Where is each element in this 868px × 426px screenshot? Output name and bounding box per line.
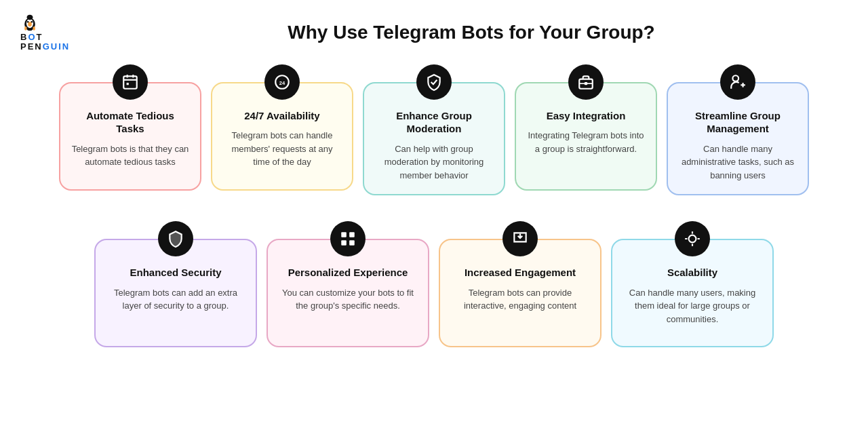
engagement-title: Increased Engagement: [451, 266, 589, 279]
personalized-icon-circle: [330, 221, 366, 256]
page: BOT PENGUIN Why Use Telegram Bots for Yo…: [0, 0, 868, 426]
management-title: Streamline Group Management: [679, 109, 797, 136]
card-availability: 24 24/7 Availability Telegram bots can h…: [211, 64, 353, 196]
card-moderation: Enhance Group Moderation Can help with g…: [363, 64, 505, 196]
header: BOT PENGUIN Why Use Telegram Bots for Yo…: [20, 14, 848, 52]
clock24-icon: 24: [273, 73, 291, 91]
management-icon-circle: [720, 64, 755, 100]
row1: Automate Tedious Tasks Telegram bots is …: [20, 64, 848, 196]
card-integration: Easy Integration Integrating Telegram bo…: [515, 64, 657, 196]
automate-icon-circle: [113, 64, 148, 100]
personalized-desc: You can customize your bots to fit the g…: [279, 286, 417, 313]
shield-icon: [167, 230, 184, 248]
integration-desc: Integrating Telegram bots into a group i…: [527, 129, 645, 155]
logo-penguin-text: PENGUIN: [20, 42, 70, 52]
calendar-icon: [121, 73, 139, 91]
engagement-desc: Telegram bots can provide interactive, e…: [451, 286, 589, 313]
scalability-title: Scalability: [623, 266, 762, 279]
integration-icon-circle: [568, 64, 604, 100]
card-security: Enhanced Security Telegram bots can add …: [94, 221, 257, 347]
person-plus-icon: [729, 73, 747, 91]
security-title: Enhanced Security: [106, 266, 245, 279]
management-desc: Can handle many administrative tasks, su…: [679, 142, 797, 182]
page-title: Why Use Telegram Bots for Your Group?: [95, 22, 848, 43]
row2: Enhanced Security Telegram bots can add …: [20, 221, 848, 347]
availability-title: 24/7 Availability: [223, 109, 341, 123]
chat-arrow-icon: [511, 230, 529, 248]
availability-icon-circle: 24: [264, 64, 300, 100]
svg-rect-7: [33, 26, 35, 31]
svg-point-4: [28, 22, 32, 26]
svg-rect-21: [341, 232, 347, 237]
svg-rect-22: [349, 232, 355, 237]
svg-point-26: [689, 235, 696, 243]
svg-rect-12: [127, 83, 129, 85]
automate-desc: Telegram bots is that they can automate …: [71, 142, 189, 169]
shield-check-icon: [425, 73, 443, 91]
expand-icon: [684, 230, 701, 248]
availability-desc: Telegram bots can handle members' reques…: [223, 129, 341, 169]
svg-rect-23: [341, 240, 347, 246]
card-management: Streamline Group Management Can handle m…: [667, 64, 809, 196]
automate-title: Automate Tedious Tasks: [71, 109, 189, 136]
card-engagement: Increased Engagement Telegram bots can p…: [439, 221, 601, 347]
svg-point-18: [732, 75, 738, 81]
moderation-desc: Can help with group moderation by monito…: [375, 142, 493, 182]
moderation-title: Enhance Group Moderation: [375, 109, 493, 136]
grid-icon: [339, 230, 357, 248]
logo-penguin-icon: [20, 14, 39, 33]
svg-rect-6: [24, 26, 26, 31]
scalability-icon-circle: [675, 221, 710, 256]
svg-rect-24: [349, 240, 355, 246]
card-personalized: Personalized Experience You can customiz…: [267, 221, 429, 347]
briefcase-icon: [577, 73, 595, 91]
card-automate: Automate Tedious Tasks Telegram bots is …: [59, 64, 201, 196]
card-scalability: Scalability Can handle many users, makin…: [611, 221, 774, 347]
svg-rect-8: [123, 76, 137, 88]
engagement-icon-circle: [502, 221, 538, 256]
security-icon-circle: [158, 221, 193, 256]
scalability-desc: Can handle many users, making them ideal…: [623, 286, 762, 326]
personalized-title: Personalized Experience: [279, 266, 417, 279]
logo-bot-text: BOT: [20, 33, 70, 42]
svg-point-5: [27, 15, 33, 20]
integration-title: Easy Integration: [527, 109, 645, 123]
moderation-icon-circle: [416, 64, 452, 100]
svg-text:24: 24: [279, 80, 285, 86]
security-desc: Telegram bots can add an extra layer of …: [106, 286, 245, 313]
svg-rect-17: [585, 82, 587, 85]
logo: BOT PENGUIN: [20, 14, 75, 52]
